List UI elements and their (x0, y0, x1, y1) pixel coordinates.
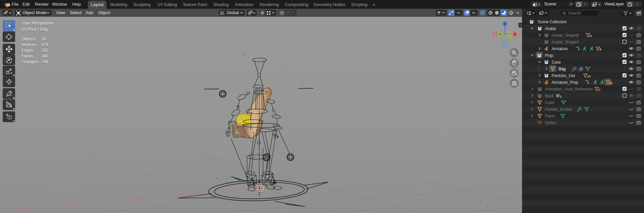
svg-text:Y: Y (499, 32, 502, 36)
svg-text:X: X (514, 32, 516, 36)
svg-text:Z: Z (504, 22, 506, 26)
